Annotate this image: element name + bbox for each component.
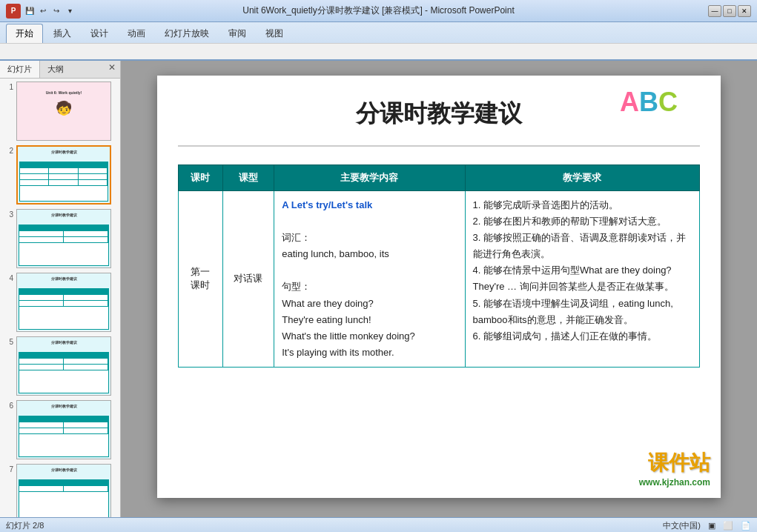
view-slide[interactable]: ⬜ [723, 521, 733, 531]
lesson-table: 课时 课型 主要教学内容 教学要求 第一课时 对话课 [178, 164, 700, 368]
tab-animation[interactable]: 动画 [119, 24, 154, 43]
req-5: 5. 能够在语境中理解生词及词组，eating lunch, bamboo和it… [473, 296, 692, 328]
view-normal[interactable]: ▣ [708, 521, 715, 531]
watermark-text: 课件站 [639, 449, 710, 477]
ribbon: 开始 插入 设计 动画 幻灯片放映 审阅 视图 [0, 22, 757, 61]
lesson-cell: 第一课时 [179, 191, 223, 368]
slide-thumb-1[interactable]: 1 Unit 6: Work quietly! 🧒 [3, 82, 117, 141]
tab-design[interactable]: 设计 [82, 24, 117, 43]
more-btn[interactable]: ▾ [64, 5, 76, 17]
status-right: 中文(中国) ▣ ⬜ 📄 [663, 520, 751, 531]
slide-image-6: 分课时教学建议 [16, 400, 111, 459]
slide-num-2: 2 [3, 147, 13, 155]
slide-image-2: 分课时教学建议 [16, 145, 111, 205]
slide-info: 幻灯片 2/8 [6, 520, 44, 531]
th-type: 课型 [222, 165, 274, 191]
slide-num-5: 5 [3, 338, 13, 346]
slide-num-3: 3 [3, 210, 13, 219]
slide-thumb-3[interactable]: 3 分课时教学建议 [3, 209, 117, 268]
slide-image-3: 分课时教学建议 [16, 209, 111, 268]
tab-insert[interactable]: 插入 [44, 24, 80, 43]
req-body: 1. 能够完成听录音选图片的活动。 2. 能够在图片和教师的帮助下理解对话大意。… [473, 197, 692, 345]
window-controls: — □ ✕ [708, 5, 751, 17]
sentence-section: 句型： What are they doing? They're eating … [282, 279, 457, 360]
req-3: 3. 能够按照正确的语音、语调及意群朗读对话，并能进行角色表演。 [473, 230, 692, 262]
window-title: Unit 6Work_quietly分课时教学建议 [兼容模式] - Micro… [242, 4, 515, 17]
slide-title-section: 分课时教学建议 ABC [178, 90, 700, 147]
slide-image-5: 分课时教学建议 [16, 336, 111, 396]
vocab-label: 词汇： [282, 232, 311, 243]
lesson-label: 第一课时 [191, 266, 210, 290]
slide-image-7: 分课时教学建议 [16, 464, 111, 517]
quick-access-toolbar: 💾 ↩ ↪ ▾ [24, 5, 76, 17]
main-area: 幻灯片 大纲 ✕ 1 Unit 6: Work quietly! 🧒 2 分课时… [0, 61, 757, 517]
th-lesson: 课时 [179, 165, 223, 191]
ribbon-commands [0, 43, 757, 59]
undo-btn[interactable]: ↩ [37, 5, 49, 17]
type-cell: 对话课 [222, 191, 274, 368]
slide-num-1: 1 [3, 83, 13, 91]
maximize-btn[interactable]: □ [723, 5, 736, 17]
slide-thumbnails: 1 Unit 6: Work quietly! 🧒 2 分课时教学建议 [0, 79, 120, 517]
slide-image-4: 分课时教学建议 [16, 273, 111, 332]
abc-b: B [639, 87, 658, 117]
minimize-btn[interactable]: — [708, 5, 721, 17]
slide-num-7: 7 [3, 465, 13, 473]
slide-thumb-5[interactable]: 5 分课时教学建议 [3, 336, 117, 396]
panel-tab-slides[interactable]: 幻灯片 [0, 61, 40, 78]
vocab-words: eating lunch, bamboo, its [282, 248, 389, 259]
lang-indicator: 中文(中国) [663, 520, 701, 531]
slide-thumb-7[interactable]: 7 分课时教学建议 [3, 464, 117, 517]
slide-image-1: Unit 6: Work quietly! 🧒 [16, 82, 111, 141]
title-bar-left: P 💾 ↩ ↪ ▾ [6, 4, 76, 19]
panel-tab-outline[interactable]: 大纲 [40, 61, 71, 78]
tab-review[interactable]: 审阅 [219, 24, 255, 43]
th-req: 教学要求 [465, 165, 699, 191]
sentence-3: What's the little monkey doing? [282, 330, 415, 342]
sentence-4: It's playing with its mother. [282, 347, 394, 358]
ribbon-tab-bar: 开始 插入 设计 动画 幻灯片放映 审阅 视图 [0, 22, 757, 43]
vocab-section: 词汇： eating lunch, bamboo, its [282, 230, 457, 262]
view-reading[interactable]: 📄 [741, 521, 751, 531]
save-btn[interactable]: 💾 [24, 5, 36, 17]
slide-num-4: 4 [3, 274, 13, 282]
content-cell: A Let's try/Let's talk 词汇： eating lunch,… [274, 191, 465, 368]
slide-thumb-2[interactable]: 2 分课时教学建议 [3, 145, 117, 205]
req-cell: 1. 能够完成听录音选图片的活动。 2. 能够在图片和教师的帮助下理解对话大意。… [465, 191, 699, 368]
redo-btn[interactable]: ↪ [50, 5, 62, 17]
content-title: A Let's try/Let's talk [282, 197, 457, 213]
tab-view[interactable]: 视图 [257, 24, 292, 43]
req-4: 4. 能够在情景中运用句型What are they doing? They'r… [473, 262, 692, 295]
req-6: 6. 能够组词成句，描述人们正在做的事情。 [473, 328, 692, 345]
status-bar: 幻灯片 2/8 中文(中国) ▣ ⬜ 📄 [0, 517, 757, 532]
abc-decoration: ABC [620, 87, 678, 118]
req-1: 1. 能够完成听录音选图片的活动。 [473, 197, 692, 213]
table-header-row: 课时 课型 主要教学内容 教学要求 [179, 165, 700, 191]
abc-a: A [620, 87, 639, 117]
req-2: 2. 能够在图片和教师的帮助下理解对话大意。 [473, 213, 692, 230]
sentence-2: They're eating lunch! [282, 314, 371, 325]
slide-content: 分课时教学建议 ABC 课时 课型 主要教学内容 教学要求 [157, 76, 721, 498]
slide-panel: 幻灯片 大纲 ✕ 1 Unit 6: Work quietly! 🧒 2 分课时… [0, 61, 121, 517]
table-row: 第一课时 对话课 A Let's try/Let's talk 词汇： [179, 191, 700, 368]
watermark-url: www.kjzhan.com [639, 477, 710, 488]
type-label: 对话课 [234, 273, 262, 284]
slide-thumb-6[interactable]: 6 分课时教学建议 [3, 400, 117, 459]
sentence-1: What are they doing? [282, 298, 374, 309]
slide-canvas: 分课时教学建议 ABC 课时 课型 主要教学内容 教学要求 [121, 61, 757, 517]
watermark: 课件站 www.kjzhan.com [639, 449, 710, 488]
sentence-label: 句型： [282, 281, 311, 292]
slide-thumb-4[interactable]: 4 分课时教学建议 [3, 273, 117, 332]
close-btn[interactable]: ✕ [738, 5, 751, 17]
panel-tabs: 幻灯片 大纲 ✕ [0, 61, 120, 79]
content-body: A Let's try/Let's talk 词汇： eating lunch,… [282, 197, 457, 361]
slide-num-6: 6 [3, 402, 13, 410]
abc-c: C [658, 87, 678, 117]
app-icon: P [6, 4, 21, 19]
tab-start[interactable]: 开始 [6, 24, 43, 43]
panel-close-btn[interactable]: ✕ [104, 61, 120, 78]
tab-slideshow[interactable]: 幻灯片放映 [156, 24, 218, 43]
title-bar: P 💾 ↩ ↪ ▾ Unit 6Work_quietly分课时教学建议 [兼容模… [0, 0, 757, 22]
th-content: 主要教学内容 [274, 165, 465, 191]
